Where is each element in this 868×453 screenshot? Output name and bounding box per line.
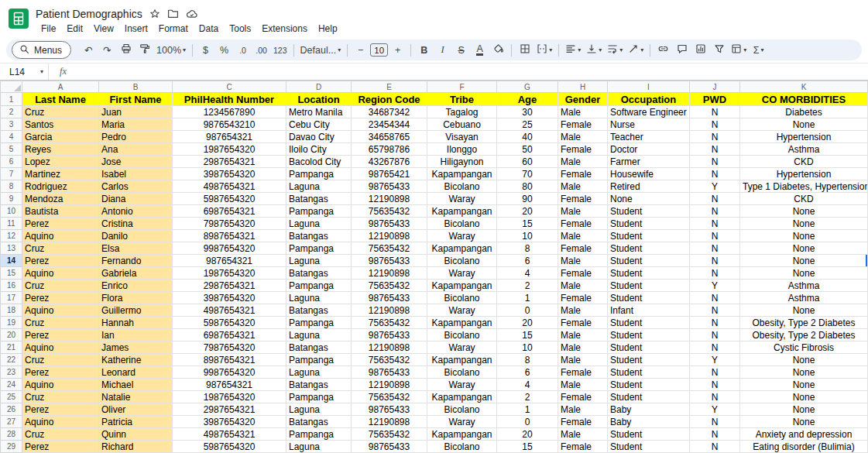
- row-header-24[interactable]: 24: [1, 379, 22, 391]
- cell-K2[interactable]: Diabetes: [740, 106, 868, 118]
- column-header-C[interactable]: C: [173, 81, 286, 93]
- column-header-H[interactable]: H: [558, 81, 608, 93]
- row-header-16[interactable]: 16: [1, 280, 22, 292]
- cell-B8[interactable]: Carlos: [99, 180, 173, 193]
- cell-E14[interactable]: 98765433: [352, 255, 427, 267]
- cell-F7[interactable]: Kapampangan: [427, 168, 497, 180]
- cell-G18[interactable]: 0: [497, 304, 558, 317]
- row-header-19[interactable]: 19: [1, 317, 22, 329]
- cell-C16[interactable]: 2987654321: [173, 280, 286, 292]
- cell-I14[interactable]: Student: [608, 255, 690, 267]
- cell-D22[interactable]: Pampanga: [286, 354, 352, 366]
- cell-C28[interactable]: 4987654321: [173, 428, 286, 441]
- cell-A28[interactable]: Cruz: [22, 428, 99, 441]
- cell-G11[interactable]: 15: [497, 218, 558, 230]
- row-header-15[interactable]: 15: [1, 267, 22, 280]
- cell-E26[interactable]: 98765433: [352, 403, 427, 416]
- cell-D1[interactable]: Location: [286, 93, 352, 106]
- cell-K27[interactable]: None: [740, 416, 868, 428]
- cell-A17[interactable]: Perez: [22, 292, 99, 304]
- cell-G15[interactable]: 4: [497, 267, 558, 280]
- row-header-28[interactable]: 28: [1, 428, 22, 441]
- cell-D28[interactable]: Pampanga: [286, 428, 352, 441]
- cell-F13[interactable]: Kapampangan: [427, 242, 497, 255]
- cell-F27[interactable]: Waray: [427, 416, 497, 428]
- increase-decimal-button[interactable]: .00: [252, 42, 270, 59]
- cell-A9[interactable]: Mendoza: [22, 193, 99, 205]
- cell-J4[interactable]: N: [690, 131, 740, 143]
- cell-K7[interactable]: Hypertension: [740, 168, 868, 180]
- row-header-5[interactable]: 5: [1, 143, 22, 156]
- format-percent-button[interactable]: %: [215, 42, 233, 59]
- row-header-25[interactable]: 25: [1, 391, 22, 403]
- row-header-10[interactable]: 10: [1, 205, 22, 218]
- insert-chart-button[interactable]: [691, 42, 709, 59]
- menu-file[interactable]: File: [36, 22, 61, 35]
- cell-F18[interactable]: Waray: [427, 304, 497, 317]
- cell-B27[interactable]: Patricia: [99, 416, 173, 428]
- fill-color-button[interactable]: [489, 42, 507, 59]
- cell-E21[interactable]: 12190898: [352, 341, 427, 354]
- menu-format[interactable]: Format: [153, 22, 194, 35]
- cell-H15[interactable]: Female: [558, 267, 608, 280]
- column-header-F[interactable]: F: [427, 81, 497, 93]
- row-header-9[interactable]: 9: [1, 193, 22, 205]
- cell-B28[interactable]: Quinn: [99, 428, 173, 441]
- cell-B3[interactable]: Maria: [99, 118, 173, 131]
- cell-H7[interactable]: Female: [558, 168, 608, 180]
- cell-A19[interactable]: Cruz: [22, 317, 99, 329]
- paint-format-button[interactable]: [136, 42, 153, 59]
- cell-K10[interactable]: None: [740, 205, 868, 218]
- cell-F22[interactable]: Kapampangan: [427, 354, 497, 366]
- cell-E6[interactable]: 43267876: [352, 156, 427, 168]
- cell-D7[interactable]: Pampanga: [286, 168, 352, 180]
- cell-E10[interactable]: 75635432: [352, 205, 427, 218]
- column-header-A[interactable]: A: [22, 81, 99, 93]
- cell-H11[interactable]: Female: [558, 218, 608, 230]
- row-header-1[interactable]: 1: [1, 93, 22, 106]
- cell-E11[interactable]: 98765433: [352, 218, 427, 230]
- cell-G24[interactable]: 4: [497, 379, 558, 391]
- cell-F16[interactable]: Kapampangan: [427, 280, 497, 292]
- cell-D18[interactable]: Batangas: [286, 304, 352, 317]
- cell-C1[interactable]: PhilHealth Number: [173, 93, 286, 106]
- row-header-26[interactable]: 26: [1, 403, 22, 416]
- cell-J12[interactable]: N: [690, 230, 740, 242]
- cell-H2[interactable]: Male: [558, 106, 608, 118]
- strikethrough-button[interactable]: S: [452, 42, 470, 59]
- column-header-J[interactable]: J: [690, 81, 740, 93]
- cell-F25[interactable]: Kapampangan: [427, 391, 497, 403]
- cell-K16[interactable]: Asthma: [740, 280, 868, 292]
- menu-insert[interactable]: Insert: [119, 22, 153, 35]
- cell-B25[interactable]: Natalie: [99, 391, 173, 403]
- cell-I5[interactable]: Doctor: [608, 143, 690, 156]
- cell-B12[interactable]: Danilo: [99, 230, 173, 242]
- cell-G14[interactable]: 6: [497, 255, 558, 267]
- menus-button[interactable]: Menus: [12, 41, 71, 59]
- cell-G9[interactable]: 90: [497, 193, 558, 205]
- cell-G8[interactable]: 80: [497, 180, 558, 193]
- row-header-4[interactable]: 4: [1, 131, 22, 143]
- move-folder-icon[interactable]: [167, 9, 179, 19]
- cell-H17[interactable]: Female: [558, 292, 608, 304]
- cell-J3[interactable]: N: [690, 118, 740, 131]
- cell-A2[interactable]: Cruz: [22, 106, 99, 118]
- cell-K17[interactable]: Asthma: [740, 292, 868, 304]
- cell-J11[interactable]: N: [690, 218, 740, 230]
- cell-I27[interactable]: Baby: [608, 416, 690, 428]
- cell-D13[interactable]: Pampanga: [286, 242, 352, 255]
- cell-H21[interactable]: Male: [558, 341, 608, 354]
- cell-D29[interactable]: Laguna: [286, 441, 352, 453]
- cell-F21[interactable]: Waray: [427, 341, 497, 354]
- cell-A14[interactable]: Perez: [22, 255, 99, 267]
- cell-A23[interactable]: Perez: [22, 366, 99, 379]
- cell-I24[interactable]: Student: [608, 379, 690, 391]
- menu-edit[interactable]: Edit: [61, 22, 88, 35]
- cell-K15[interactable]: None: [740, 267, 868, 280]
- cell-E15[interactable]: 12190898: [352, 267, 427, 280]
- cell-A3[interactable]: Santos: [22, 118, 99, 131]
- borders-button[interactable]: [516, 42, 533, 59]
- filter-views-button[interactable]: ▾: [729, 42, 749, 59]
- cell-E3[interactable]: 23454344: [352, 118, 427, 131]
- cell-B2[interactable]: Juan: [99, 106, 173, 118]
